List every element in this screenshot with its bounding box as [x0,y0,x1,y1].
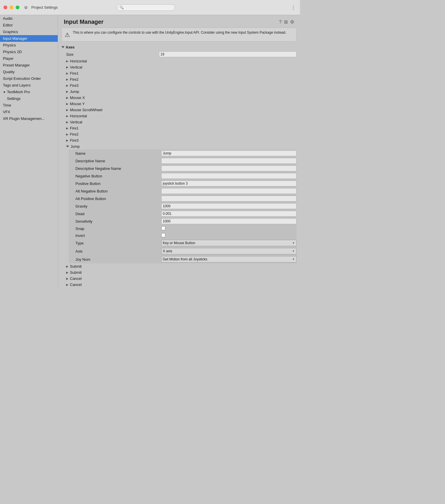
sensitivity-input[interactable] [161,218,296,224]
prop-negative-button-label: Negative Button [75,174,161,178]
window-controls [3,6,19,9]
gravity-input[interactable] [161,203,296,209]
expand-arrow-icon: ▼ [3,91,6,94]
axis-select[interactable]: X axis Y axis Z axis [161,248,296,254]
sidebar-item-preset-manager[interactable]: Preset Manager [0,62,58,69]
descriptive-negative-name-input[interactable] [161,165,296,171]
prop-descriptive-name: Descriptive Name [68,157,296,165]
prop-invert: Invert [68,232,296,239]
prop-invert-value [161,233,296,238]
prop-gravity-label: Gravity [75,204,161,208]
sidebar-item-textmesh-pro[interactable]: ▼TextMesh Pro [0,89,58,95]
prop-joy-num: Joy Num Get Motion from all Joysticks Jo… [68,255,296,263]
window-title: Project Settings [31,5,58,10]
title-bar: ⚙ Project Settings 🔍 ⋮ [0,0,300,15]
axes-item-cancel-1[interactable]: ▶Cancel [64,276,296,282]
axes-item-submit-1[interactable]: ▶Submit [64,263,296,269]
sidebar-item-xr-plugin[interactable]: XR Plugin Managemen... [0,115,58,122]
item-arrow-icon: ▶ [66,277,68,280]
size-input[interactable] [159,51,296,57]
search-bar[interactable]: 🔍 [117,4,175,11]
warning-icon: ⚠ [65,31,70,39]
axes-item-cancel-2[interactable]: ▶Cancel [64,282,296,288]
prop-invert-label: Invert [75,233,161,238]
axes-item-vertical-1[interactable]: ▶Vertical [64,64,296,70]
alt-negative-button-input[interactable] [161,188,296,194]
axis-select-wrapper: X axis Y axis Z axis [161,248,296,254]
prop-snap-value [161,226,296,231]
prop-alt-negative-button-label: Alt Negative Button [75,189,161,193]
axes-item-vertical-2[interactable]: ▶Vertical [64,119,296,125]
header-icons: ? ⊞ ⚙ [279,19,294,25]
sidebar-item-graphics[interactable]: Graphics [0,28,58,35]
axes-item-fire3-1[interactable]: ▶Fire3 [64,82,296,89]
sidebar-item-editor[interactable]: Editor [0,22,58,28]
size-row: Size [61,51,296,58]
more-options-icon[interactable]: ⋮ [291,4,296,11]
sidebar-item-tags-and-layers[interactable]: Tags and Layers [0,82,58,89]
prop-alt-positive-button-label: Alt Positive Button [75,197,161,201]
prop-axis-label: Axis [75,249,161,253]
joy-num-select[interactable]: Get Motion from all Joysticks Joystick 1… [161,256,296,262]
info-text: This is where you can configure the cont… [73,30,286,35]
sidebar-item-audio[interactable]: Audio [0,15,58,22]
prop-alt-negative-button: Alt Negative Button [68,187,296,195]
sidebar-item-vfx[interactable]: VFX [0,109,58,115]
sidebar-item-settings[interactable]: Settings [0,95,58,102]
axes-item-jump-1[interactable]: ▶Jump [64,89,296,95]
help-icon[interactable]: ? [279,19,282,25]
prop-joy-num-label: Joy Num [75,257,161,262]
prop-sensitivity-value [161,218,296,224]
prop-dead-value [161,211,296,217]
item-arrow-icon: ▶ [66,139,68,142]
item-arrow-icon: ▶ [66,84,68,87]
prop-descriptive-name-label: Descriptive Name [75,159,161,163]
minimize-button[interactable] [10,6,13,9]
maximize-button[interactable] [16,6,19,9]
axes-item-submit-2[interactable]: ▶Submit [64,269,296,276]
prop-negative-button-value [161,173,296,179]
axes-item-mouse-scrollwheel[interactable]: ▶Mouse ScrollWheel [64,107,296,113]
sidebar-item-script-execution-order[interactable]: Script Execution Order [0,75,58,82]
size-label: Size [66,52,159,57]
axes-header[interactable]: Axes [61,44,296,51]
axes-item-fire2-1[interactable]: ▶Fire2 [64,76,296,82]
axes-item-fire3-2[interactable]: ▶Fire3 [64,137,296,143]
layout-icon[interactable]: ⊞ [284,19,288,25]
sidebar-item-quality[interactable]: Quality [0,69,58,75]
axes-item-fire2-2[interactable]: ▶Fire2 [64,131,296,137]
close-button[interactable] [3,6,7,9]
dead-input[interactable] [161,211,296,217]
item-arrow-icon: ▶ [66,265,68,268]
settings-icon[interactable]: ⚙ [290,19,294,25]
type-select[interactable]: Key or Mouse Button Mouse Movement Joyst… [161,240,296,246]
name-input[interactable] [161,150,296,156]
axes-item-mouse-x[interactable]: ▶Mouse X [64,95,296,101]
axes-item-jump-expanded-header[interactable]: Jump [64,143,296,150]
negative-button-input[interactable] [161,173,296,179]
axes-item-fire1-1[interactable]: ▶Fire1 [64,70,296,76]
sidebar-item-physics[interactable]: Physics [0,42,58,48]
sidebar: Audio Editor Graphics Input Manager Phys… [0,15,58,288]
sidebar-item-player[interactable]: Player [0,55,58,62]
item-arrow-icon: ▶ [66,102,68,105]
type-select-wrapper: Key or Mouse Button Mouse Movement Joyst… [161,240,296,246]
prop-dead: Dead [68,210,296,217]
axes-expand-icon [61,46,64,48]
descriptive-name-input[interactable] [161,158,296,164]
axes-item-fire1-2[interactable]: ▶Fire1 [64,125,296,131]
invert-checkbox[interactable] [161,233,165,237]
sidebar-item-physics-2d[interactable]: Physics 2D [0,48,58,55]
prop-gravity-value [161,203,296,209]
sidebar-item-input-manager[interactable]: Input Manager [0,35,58,42]
axes-item-horizontal-1[interactable]: ▶Horizontal [64,58,296,64]
axes-item-horizontal-2[interactable]: ▶Horizontal [64,113,296,119]
sidebar-item-time[interactable]: Time [0,102,58,109]
prop-positive-button: Positive Button [68,180,296,187]
axes-item-mouse-y[interactable]: ▶Mouse Y [64,101,296,107]
joy-num-select-wrapper: Get Motion from all Joysticks Joystick 1… [161,256,296,262]
alt-positive-button-input[interactable] [161,196,296,201]
prop-descriptive-negative-name-label: Descriptive Negative Name [75,166,161,171]
positive-button-input[interactable] [161,181,296,186]
snap-checkbox[interactable] [161,226,165,230]
